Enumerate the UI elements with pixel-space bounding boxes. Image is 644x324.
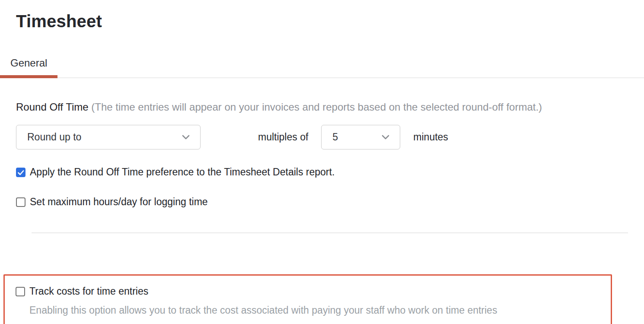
round-off-controls-row: Round up to multiples of 5 minutes <box>16 125 628 149</box>
round-off-mode-select[interactable]: Round up to <box>16 125 201 149</box>
track-costs-checkbox[interactable] <box>16 287 25 296</box>
apply-round-off-checkbox[interactable] <box>16 168 26 177</box>
track-costs-description: Enabling this option allows you to track… <box>29 305 611 316</box>
page-title: Timesheet <box>16 12 644 31</box>
apply-round-off-label: Apply the Round Off Time preference to t… <box>30 166 335 178</box>
round-off-time-label: Round Off Time (The time entries will ap… <box>16 98 591 116</box>
general-settings-content: Round Off Time (The time entries will ap… <box>0 98 644 233</box>
round-off-mode-value: Round up to <box>27 131 81 143</box>
timesheet-settings-page: Timesheet General Round Off Time (The ti… <box>0 12 644 324</box>
chevron-down-icon <box>382 135 389 140</box>
max-hours-label: Set maximum hours/day for logging time <box>30 196 208 208</box>
round-off-multiple-value: 5 <box>332 131 338 143</box>
checkmark-icon <box>18 166 24 178</box>
max-hours-checkbox[interactable] <box>16 197 26 207</box>
track-costs-label: Track costs for time entries <box>29 286 148 297</box>
minutes-label: minutes <box>413 131 448 143</box>
round-off-multiple-select[interactable]: 5 <box>321 125 400 149</box>
max-hours-row: Set maximum hours/day for logging time <box>16 196 628 208</box>
track-costs-highlight-box: Track costs for time entries Enabling th… <box>3 274 612 324</box>
section-divider <box>32 232 628 233</box>
chevron-down-icon <box>182 135 190 140</box>
multiples-of-label: multiples of <box>258 131 308 143</box>
apply-round-off-row: Apply the Round Off Time preference to t… <box>16 166 628 178</box>
tab-general[interactable]: General <box>0 57 57 78</box>
round-off-time-title: Round Off Time <box>16 101 89 113</box>
track-costs-row: Track costs for time entries <box>16 286 611 297</box>
tab-bar: General <box>0 57 644 78</box>
round-off-time-hint: (The time entries will appear on your in… <box>91 101 542 113</box>
